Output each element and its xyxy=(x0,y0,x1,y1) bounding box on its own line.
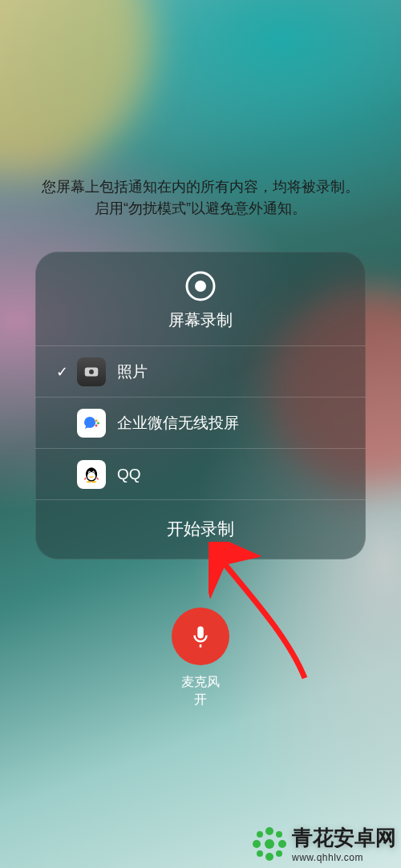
watermark-logo-icon xyxy=(252,826,287,862)
svg-point-15 xyxy=(91,481,96,482)
option-label: 照片 xyxy=(117,361,148,382)
option-label: QQ xyxy=(117,466,141,483)
svg-point-23 xyxy=(257,850,263,857)
svg-point-5 xyxy=(97,422,99,424)
svg-point-7 xyxy=(93,422,95,424)
watermark-url: www.qhhlv.com xyxy=(292,852,396,863)
svg-point-21 xyxy=(257,831,263,838)
start-recording-button[interactable]: 开始录制 xyxy=(35,500,366,559)
qq-app-icon xyxy=(77,460,106,489)
svg-point-20 xyxy=(278,840,286,848)
svg-point-16 xyxy=(265,839,274,849)
sheet-title: 屏幕录制 xyxy=(35,309,366,331)
watermark: 青花安卓网 www.qhhlv.com xyxy=(252,824,396,863)
svg-point-17 xyxy=(265,827,273,835)
destination-option-photos[interactable]: ✓ 照片 xyxy=(35,346,366,398)
screen-recording-sheet: 屏幕录制 ✓ 照片 ✓ 企业微信无线投屏 ✓ xyxy=(35,252,366,559)
svg-point-14 xyxy=(87,481,91,482)
svg-point-1 xyxy=(195,281,206,292)
option-label: 企业微信无线投屏 xyxy=(117,413,239,434)
microphone-status-label: 麦克风 开 xyxy=(0,673,401,708)
svg-point-24 xyxy=(276,850,282,857)
svg-point-18 xyxy=(265,853,273,861)
record-icon xyxy=(185,271,216,301)
photos-app-icon xyxy=(77,357,106,386)
svg-point-6 xyxy=(95,424,98,426)
destination-option-qq[interactable]: ✓ QQ xyxy=(35,449,366,500)
svg-point-19 xyxy=(253,840,261,848)
checkmark-icon: ✓ xyxy=(51,363,72,381)
svg-point-4 xyxy=(95,419,98,422)
svg-point-3 xyxy=(89,369,94,374)
wecom-app-icon xyxy=(77,409,106,438)
recording-disclaimer: 您屏幕上包括通知在内的所有内容，均将被录制。 启用“勿扰模式”以避免意外通知。 xyxy=(0,176,401,220)
sheet-header: 屏幕录制 xyxy=(35,252,366,346)
microphone-button[interactable] xyxy=(172,608,229,665)
destination-option-wecom[interactable]: ✓ 企业微信无线投屏 xyxy=(35,398,366,449)
svg-point-22 xyxy=(276,831,282,838)
microphone-toggle[interactable]: 麦克风 开 xyxy=(0,608,401,708)
svg-point-12 xyxy=(89,471,90,472)
watermark-brand: 青花安卓网 xyxy=(292,824,396,852)
microphone-icon xyxy=(188,624,213,648)
svg-point-9 xyxy=(87,472,95,480)
svg-point-13 xyxy=(93,471,94,472)
